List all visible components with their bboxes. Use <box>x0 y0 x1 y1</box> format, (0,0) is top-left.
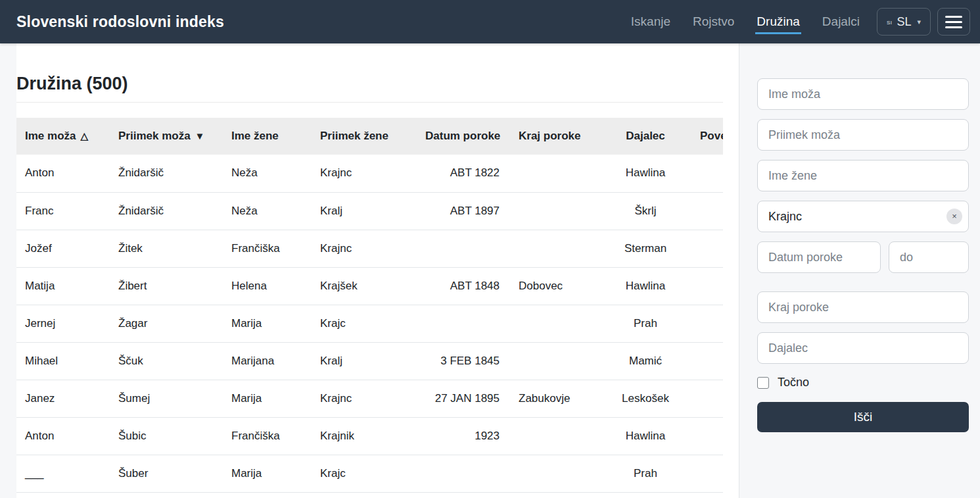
table-cell: Anton <box>16 417 110 455</box>
sort-desc-icon: ▼ <box>195 130 205 141</box>
marriage-place-input[interactable] <box>757 291 969 323</box>
search-button[interactable]: Išči <box>757 402 969 432</box>
table-cell: Helena <box>223 267 312 305</box>
table-row: MatijaŽibertHelenaKrajšekABT 1848Dobovec… <box>16 267 723 305</box>
sort-asc-icon: △ <box>80 130 88 141</box>
table-cell: Hawlina <box>607 417 684 455</box>
table-cell: Mihael <box>16 342 110 380</box>
table-cell: Marija <box>223 305 312 342</box>
table-cell: ___ <box>16 455 110 492</box>
column-header-priimek-zene[interactable]: Priimek žene <box>312 118 417 155</box>
table-cell <box>684 380 723 417</box>
nav-item-iskanje[interactable]: Iskanje <box>630 9 672 34</box>
field-marriage-place <box>757 291 969 323</box>
left-gutter <box>0 43 16 498</box>
table-row: FrancŽnidaršičNežaKraljABT 1897Škrlj <box>16 192 723 230</box>
field-husband-name <box>757 78 969 110</box>
contributor-input[interactable] <box>757 332 969 364</box>
table-cell: Kralj <box>312 192 417 230</box>
search-form: × Točno Išči <box>757 78 969 432</box>
column-header-datum-poroke[interactable]: Datum poroke <box>417 118 508 155</box>
table-cell <box>684 342 723 380</box>
main-content: Družina (500) Ime moža△ Priimek moža▼ Im… <box>16 43 739 498</box>
menu-button[interactable] <box>937 8 970 36</box>
table-cell: 27 JAN 1895 <box>417 380 508 417</box>
table-cell: Žnidaršič <box>110 192 223 230</box>
hamburger-icon <box>945 16 962 28</box>
table-cell: Krajnc <box>312 155 417 192</box>
column-header-ime-zene[interactable]: Ime žene <box>223 118 312 155</box>
table-row: AntonŠubicFrančiškaKrajnik1923Hawlina <box>16 417 723 455</box>
table-cell: Frančiška <box>223 230 312 267</box>
table-cell: Frančiška <box>223 417 312 455</box>
field-wife-surname: × <box>757 201 969 232</box>
column-header-dajalec[interactable]: Dajalec <box>607 118 684 155</box>
table-cell <box>684 305 723 342</box>
table-cell: Prah <box>607 305 684 342</box>
column-header-priimek-moza[interactable]: Priimek moža▼ <box>110 118 223 155</box>
table-cell <box>684 192 723 230</box>
wife-name-input[interactable] <box>757 160 969 191</box>
clear-input-button[interactable]: × <box>946 209 962 224</box>
table-cell <box>417 305 508 342</box>
table-cell: Prah <box>607 455 684 492</box>
nav-item-dajalci[interactable]: Dajalci <box>821 9 861 34</box>
column-header-povezava[interactable]: Povezava <box>684 118 723 155</box>
table-cell: Ščuk <box>110 342 223 380</box>
table-cell: Dobovec <box>508 267 607 305</box>
field-contributor <box>757 332 969 364</box>
nav-item-druzina[interactable]: Družina <box>755 9 801 34</box>
table-cell: Šuber <box>110 455 223 492</box>
field-date-from <box>757 241 881 273</box>
marriage-date-from-input[interactable] <box>757 241 881 273</box>
exact-match-checkbox[interactable] <box>757 377 769 389</box>
table-cell: Krajnc <box>312 230 417 267</box>
caret-down-icon: ▾ <box>917 18 921 26</box>
table-cell <box>508 342 607 380</box>
table-cell: Krajc <box>312 455 417 492</box>
table-cell <box>684 417 723 455</box>
table-cell: Jernej <box>16 305 110 342</box>
wife-surname-input[interactable] <box>757 201 969 232</box>
table-cell: Leskošek <box>607 380 684 417</box>
husband-name-input[interactable] <box>757 78 969 110</box>
close-icon: × <box>952 211 957 221</box>
table-row: ___ŠuberMarijaKrajcPrah <box>16 455 723 492</box>
table-cell <box>684 267 723 305</box>
table-cell: Janez <box>16 380 110 417</box>
table-cell: Mamić <box>607 342 684 380</box>
table-cell: Anton <box>16 155 110 192</box>
column-header-ime-moza[interactable]: Ime moža△ <box>16 118 110 155</box>
column-header-kraj-poroke[interactable]: Kraj poroke <box>508 118 607 155</box>
language-selector[interactable]: SI SL ▾ <box>877 8 931 36</box>
field-wife-name <box>757 160 969 191</box>
table-cell <box>508 230 607 267</box>
table-cell: Zabukovje <box>508 380 607 417</box>
table-cell: ABT 1848 <box>417 267 508 305</box>
marriage-date-to-input[interactable] <box>889 241 969 273</box>
brand-title[interactable]: Slovenski rodoslovni indeks <box>16 13 224 31</box>
table-cell: Žnidaršič <box>110 155 223 192</box>
table-cell: ABT 1822 <box>417 155 508 192</box>
navbar: Slovenski rodoslovni indeks Iskanje Rojs… <box>0 0 980 43</box>
results-table-container: Ime moža△ Priimek moža▼ Ime žene Priimek… <box>16 118 723 493</box>
language-code: SL <box>897 15 911 29</box>
table-row: JožefŽitekFrančiškaKrajncSterman <box>16 230 723 267</box>
table-cell <box>417 230 508 267</box>
nav-item-rojstvo[interactable]: Rojstvo <box>691 9 735 34</box>
table-cell: Franc <box>16 192 110 230</box>
main-navigation: Iskanje Rojstvo Družina Dajalci <box>630 9 861 34</box>
table-row: JernejŽagarMarijaKrajcPrah <box>16 305 723 342</box>
table-cell: Krajšek <box>312 267 417 305</box>
marriage-date-range <box>757 241 969 273</box>
table-body: AntonŽnidaršičNežaKrajncABT 1822HawlinaF… <box>16 155 723 492</box>
table-cell: Marija <box>223 380 312 417</box>
table-cell: Jožef <box>16 230 110 267</box>
table-cell: ABT 1897 <box>417 192 508 230</box>
field-date-to <box>889 241 969 273</box>
table-cell: Matija <box>16 267 110 305</box>
table-cell: Hawlina <box>607 155 684 192</box>
table-cell <box>508 455 607 492</box>
table-header-row: Ime moža△ Priimek moža▼ Ime žene Priimek… <box>16 118 723 155</box>
husband-surname-input[interactable] <box>757 119 969 151</box>
